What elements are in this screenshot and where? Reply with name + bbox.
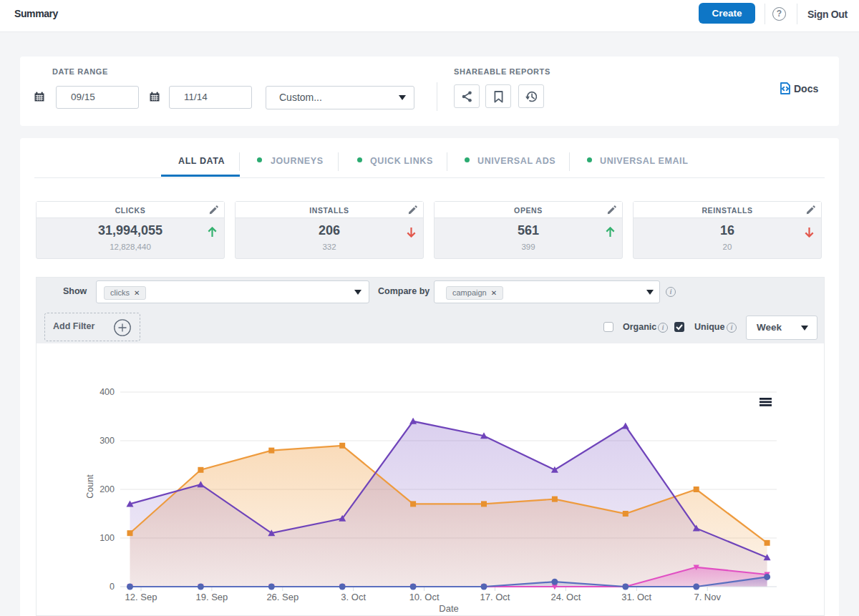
svg-text:10. Oct: 10. Oct [409, 592, 440, 602]
svg-text:17. Oct: 17. Oct [480, 592, 510, 602]
svg-text:300: 300 [100, 436, 115, 446]
svg-text:0: 0 [110, 582, 115, 592]
svg-text:Count: Count [85, 474, 95, 499]
svg-text:400: 400 [100, 387, 115, 397]
svg-text:24. Oct: 24. Oct [550, 592, 581, 602]
svg-text:3. Oct: 3. Oct [341, 592, 366, 602]
svg-text:Date: Date [439, 603, 458, 614]
svg-text:31. Oct: 31. Oct [621, 592, 651, 602]
svg-text:7. Nov: 7. Nov [694, 592, 721, 602]
svg-text:26. Sep: 26. Sep [266, 592, 299, 602]
svg-text:12. Sep: 12. Sep [125, 592, 157, 602]
svg-text:19. Sep: 19. Sep [195, 592, 228, 602]
svg-text:200: 200 [100, 484, 115, 494]
svg-text:100: 100 [100, 533, 115, 543]
